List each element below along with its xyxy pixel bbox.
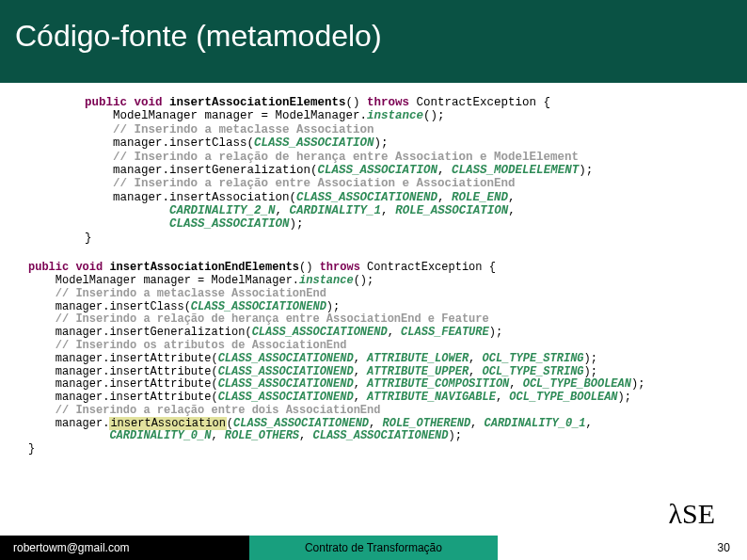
code-block-1: public void insertAssociationElements() … <box>28 96 728 245</box>
slide-header: Código-fonte (metamodelo) <box>0 0 747 83</box>
lambda-icon: λ <box>668 498 682 529</box>
slide-title: Código-fonte (metamodelo) <box>15 19 732 54</box>
logo: λSE <box>668 498 715 530</box>
content-area: public void insertAssociationElements() … <box>0 83 747 456</box>
slide-number: 30 <box>498 536 747 560</box>
footer-title: Contrato de Transformação <box>249 536 499 560</box>
footer: robertowm@gmail.com Contrato de Transfor… <box>0 536 747 560</box>
logo-text: SE <box>682 498 715 529</box>
footer-email: robertowm@gmail.com <box>0 536 249 560</box>
code-block-2: public void insertAssociationEndElements… <box>28 262 728 456</box>
